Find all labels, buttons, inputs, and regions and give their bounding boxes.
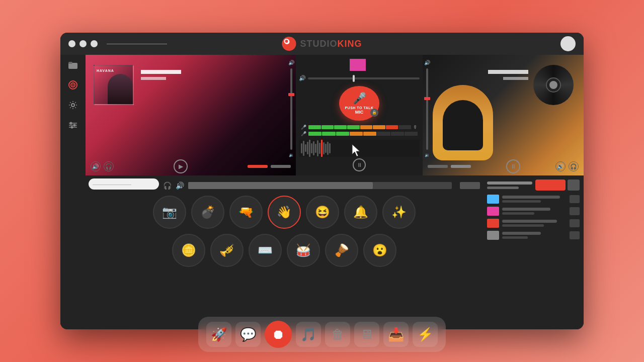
pitch-track-right[interactable] [426,68,428,150]
tag-action-grey[interactable] [570,231,580,239]
tag-action-pink[interactable] [570,207,580,215]
dock-record[interactable]: ⏺ [265,321,292,348]
pitch-track[interactable] [290,68,292,150]
sound-btn-drum[interactable]: 🪘 [325,234,358,267]
app-window: —————————— STUDIOKING [60,33,584,329]
vu-track-1 [308,125,411,129]
sound-btn-magic[interactable]: ✨ [382,196,416,229]
dock-finder[interactable]: 🖥 [354,322,379,347]
minimize-button[interactable] [79,40,87,47]
tag-action-red[interactable] [570,219,580,227]
sidebar-target-icon[interactable] [68,80,78,90]
volume-icon-bottom: 🔉 [289,153,294,157]
maximize-button[interactable] [91,40,98,47]
svg-point-0 [282,37,295,50]
svg-point-2 [285,40,288,43]
mixer-vol-bar: 🔊 [299,75,420,82]
wave-bar [325,144,327,153]
color-tags [487,195,580,240]
svg-point-12 [70,122,72,125]
tag-bars-grey [502,232,567,239]
sound-btn-coins[interactable]: 🪙 [172,234,205,267]
tag-bar [502,220,557,223]
sound-btn-drums-kit[interactable]: 🥁 [287,234,320,267]
lock-badge: 🔒 [370,109,378,117]
app-branding: STUDIOKING [282,37,362,51]
deck-right-pitch-slider[interactable]: 🔊 🔉 [423,60,432,157]
play-button-left[interactable]: ▶ [174,159,188,173]
pitch-thumb-right[interactable] [424,97,430,100]
pause-button-center[interactable]: ⏸ [353,158,366,171]
track-progress-bar[interactable] [188,182,452,189]
dock-launchpad[interactable]: 🚀 [206,322,231,347]
deck-right-vinyl [533,65,574,105]
bpm-slider-1[interactable] [487,182,532,185]
tag-action-blue[interactable] [570,195,580,203]
tag-bars-red [502,220,567,227]
sound-btn-camera[interactable]: 📷 [153,196,186,229]
soundboard-row-2: 🪙 🎺 ⌨️ 🥁 🪘 😮 [89,234,480,267]
user-avatar[interactable] [560,36,576,51]
wave-bar [319,143,320,154]
bottom-section: ——————— 🎧 🔊 📷 [86,175,584,329]
vu-seg [363,132,376,136]
vol-thumb-center[interactable] [353,75,355,82]
sidebar-gear-icon[interactable] [68,100,78,110]
close-button[interactable] [68,40,75,47]
dock-messages[interactable]: 💬 [235,322,261,347]
headphone-filter[interactable]: 🎧 [163,182,172,190]
wave-bar [311,143,312,153]
deck-left-controls: 🔊 🎧 ▶ [86,157,296,175]
vu-seg [398,125,411,129]
speaker-filter[interactable]: 🔊 [176,182,184,190]
sound-btn-trumpet[interactable]: 🎺 [210,234,244,267]
push-to-talk-button[interactable]: 🎤 PUSH TO TALK MIC 🔒 [339,86,379,121]
dock-downloads[interactable]: 📥 [383,322,409,347]
soundboard-row-1: 📷 💣 🔫 👋 😆 🔔 ✨ [89,196,480,229]
tag-bar [502,196,560,199]
bpm-adjust[interactable] [568,179,580,191]
vinyl-logo [549,81,557,89]
vu-icon-left: 🎤 [301,125,306,130]
album-title: HAVANA [97,69,114,72]
vu-meters: 🎤 🎙 [299,125,420,136]
pause-button-right[interactable]: ⏸ [506,159,520,173]
sound-btn-gasp[interactable]: 😮 [363,234,396,267]
dock-trash[interactable]: 🗑 [325,322,350,347]
dock-spotlight[interactable]: ⚡ [413,322,438,347]
sound-btn-clap[interactable]: 👋 [268,196,301,229]
pitch-thumb[interactable] [288,93,294,96]
title-bar: —————————— STUDIOKING [60,33,584,55]
vu-mic-icon[interactable]: 🎙 [413,125,418,130]
right-title-bar [488,70,528,74]
right-search-row [487,179,580,191]
speaker-icon-left[interactable]: 🔊 [91,161,101,171]
vu-seg [334,125,347,129]
deck-left: HAVANA 🔊 [86,55,296,175]
search-bar[interactable]: ——————— [89,178,159,190]
sidebar-folder-icon[interactable] [68,60,78,70]
bpm-slider-2[interactable] [487,187,519,189]
wave-bar [315,144,316,153]
headphone-icon-left[interactable]: 🎧 [104,161,114,171]
sound-btn-laugh[interactable]: 😆 [306,196,339,229]
sound-btn-gun[interactable]: 🔫 [229,196,263,229]
bpm-input[interactable] [535,179,566,191]
decks-area: HAVANA 🔊 [86,55,584,329]
wave-bar-active [321,140,323,157]
sound-btn-bell[interactable]: 🔔 [344,196,377,229]
dock-music[interactable]: 🎵 [296,322,321,347]
vol-track-center[interactable] [308,77,420,79]
tag-bar-sm [502,200,541,203]
title-bar-right [560,36,576,51]
headphone-icon-right[interactable]: 🎧 [569,161,579,171]
deck-left-pitch-slider[interactable]: 🔊 🔉 [287,60,296,157]
speaker-icon-right[interactable]: 🔊 [555,161,566,171]
library-filter: 🎧 🔊 [163,182,184,190]
vu-seg [308,125,321,129]
wave-bar [305,144,306,152]
sidebar-equalizer-icon[interactable] [68,120,78,130]
sound-btn-bomb[interactable]: 💣 [191,196,224,229]
wave-bar [313,141,314,155]
sound-btn-keyboard[interactable]: ⌨️ [249,234,282,267]
